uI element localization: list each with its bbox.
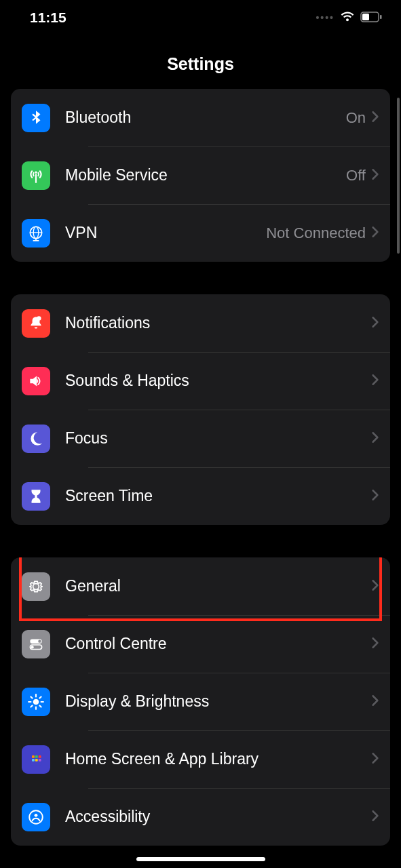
battery-icon: [360, 9, 382, 26]
bell-icon: [22, 309, 50, 338]
row-label: Sounds & Haptics: [65, 372, 371, 390]
row-sounds-haptics[interactable]: Sounds & Haptics: [11, 352, 390, 410]
status-time: 11:15: [30, 9, 66, 26]
gear-icon: [22, 572, 50, 601]
row-screen-time[interactable]: Screen Time: [11, 467, 390, 525]
scroll-indicator[interactable]: [397, 98, 400, 254]
svg-rect-1: [362, 14, 369, 20]
sun-icon: [22, 688, 50, 716]
chevron-right-icon: [371, 752, 379, 767]
row-notifications[interactable]: Notifications: [11, 294, 390, 352]
chevron-right-icon: [371, 226, 379, 241]
row-value: Not Connected: [266, 224, 366, 242]
speaker-icon: [22, 367, 50, 395]
row-display-brightness[interactable]: Display & Brightness: [11, 673, 390, 730]
grid-icon: [22, 745, 50, 774]
bluetooth-icon: [22, 104, 50, 132]
row-label: General: [65, 577, 371, 595]
moon-icon: [22, 425, 50, 453]
row-label: Focus: [65, 429, 371, 448]
row-vpn[interactable]: VPNNot Connected: [11, 204, 390, 262]
row-label: Screen Time: [65, 487, 371, 505]
settings-group: NotificationsSounds & HapticsFocusScreen…: [11, 294, 390, 525]
row-label: Accessibility: [65, 808, 371, 826]
antenna-icon: [22, 161, 50, 190]
status-bar: 11:15 ••••: [0, 0, 401, 35]
chevron-right-icon: [371, 431, 379, 446]
row-control-centre[interactable]: Control Centre: [11, 615, 390, 673]
row-label: VPN: [65, 224, 266, 242]
chevron-right-icon: [371, 374, 379, 389]
chevron-right-icon: [371, 111, 379, 125]
hourglass-icon: [22, 482, 50, 511]
row-accessibility[interactable]: Accessibility: [11, 788, 390, 846]
settings-group: GeneralControl CentreDisplay & Brightnes…: [11, 557, 390, 846]
row-label: Display & Brightness: [65, 692, 371, 711]
chevron-right-icon: [371, 316, 379, 331]
row-label: Bluetooth: [65, 108, 346, 127]
page-title: Settings: [0, 35, 401, 89]
chevron-right-icon: [371, 637, 379, 652]
row-label: Control Centre: [65, 635, 371, 653]
chevron-right-icon: [371, 694, 379, 709]
globe-icon: [22, 219, 50, 248]
status-icons: ••••: [316, 9, 382, 26]
row-home-screen[interactable]: Home Screen & App Library: [11, 730, 390, 788]
toggles-icon: [22, 630, 50, 658]
chevron-right-icon: [371, 168, 379, 183]
row-value: On: [346, 109, 366, 127]
person-circle-icon: [22, 803, 50, 831]
row-label: Notifications: [65, 314, 371, 332]
chevron-right-icon: [371, 579, 379, 594]
row-general[interactable]: General: [11, 557, 390, 615]
wifi-icon: [340, 9, 355, 26]
svg-rect-2: [380, 15, 382, 19]
row-mobile-service[interactable]: Mobile ServiceOff: [11, 146, 390, 204]
home-indicator[interactable]: [136, 857, 265, 861]
cellular-dots-icon: ••••: [316, 12, 335, 23]
chevron-right-icon: [371, 810, 379, 825]
chevron-right-icon: [371, 489, 379, 504]
row-bluetooth[interactable]: BluetoothOn: [11, 89, 390, 146]
row-value: Off: [346, 167, 366, 184]
settings-group: BluetoothOnMobile ServiceOffVPNNot Conne…: [11, 89, 390, 262]
row-label: Home Screen & App Library: [65, 750, 371, 768]
row-focus[interactable]: Focus: [11, 410, 390, 467]
row-label: Mobile Service: [65, 166, 346, 184]
